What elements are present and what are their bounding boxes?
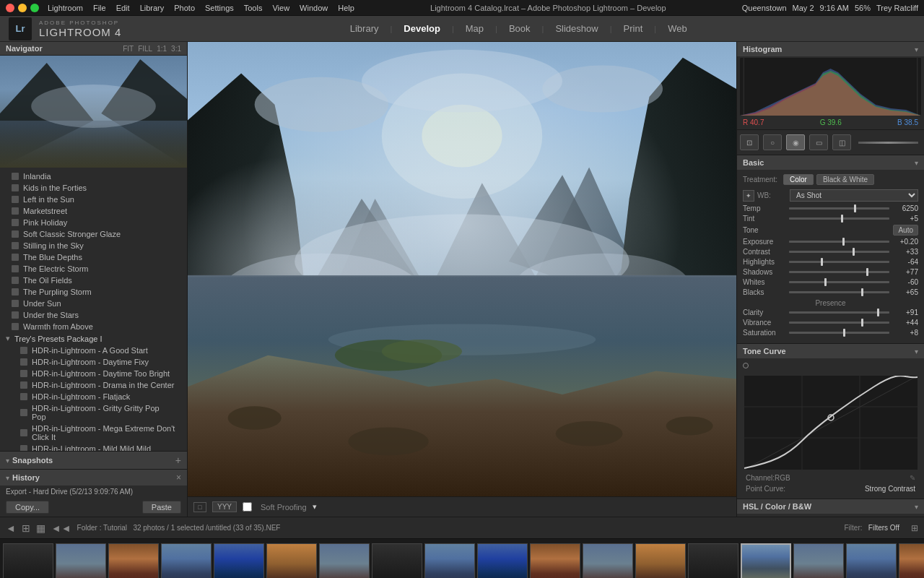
menu-help[interactable]: Help xyxy=(338,4,354,12)
1to1-btn[interactable]: 1:1 xyxy=(157,45,167,53)
tint-slider[interactable] xyxy=(789,217,889,220)
exposure-slider-tool[interactable] xyxy=(858,142,918,144)
preset-item-soft-classic[interactable]: Soft Classic Stronger Glaze xyxy=(0,228,187,240)
film-thumb-selected[interactable] xyxy=(741,543,791,579)
fit-btn[interactable]: FIT xyxy=(123,45,134,53)
preset-item-hdr-flatjack[interactable]: HDR-in-Lightroom - Flatjack xyxy=(0,391,187,402)
temp-thumb[interactable] xyxy=(854,204,856,212)
saturation-slider[interactable] xyxy=(789,332,889,334)
view-mode-icon-1[interactable]: □ xyxy=(193,502,206,512)
film-thumb[interactable] xyxy=(688,543,738,579)
exposure-thumb[interactable] xyxy=(842,238,845,246)
highlights-slider[interactable] xyxy=(789,261,889,263)
shadows-slider[interactable] xyxy=(789,271,889,273)
film-thumb[interactable] xyxy=(583,543,633,579)
tab-web[interactable]: Web xyxy=(662,20,693,37)
clarity-thumb[interactable] xyxy=(877,309,879,316)
tint-thumb[interactable] xyxy=(841,215,843,223)
menu-view[interactable]: View xyxy=(272,4,289,12)
tone-curve-canvas[interactable] xyxy=(744,376,918,470)
history-header[interactable]: ▾ History × xyxy=(0,470,187,486)
whites-slider[interactable] xyxy=(789,281,889,283)
contrast-slider[interactable] xyxy=(789,251,889,253)
preset-item-pink-holiday[interactable]: Pink Holiday xyxy=(0,217,187,228)
zoom-btn[interactable]: 3:1 xyxy=(171,45,181,53)
tone-curve-header[interactable]: Tone Curve ▾ xyxy=(737,344,924,358)
saturation-thumb[interactable] xyxy=(843,329,845,337)
point-curve-dropdown[interactable]: Strong Contrast xyxy=(865,485,915,493)
highlights-thumb[interactable] xyxy=(821,258,823,266)
vibrance-slider[interactable] xyxy=(789,322,889,324)
main-photo-view[interactable] xyxy=(188,42,736,496)
preset-item-hdr-good-start[interactable]: HDR-in-Lightroom - A Good Start xyxy=(0,345,187,356)
preset-item-left-in-sun[interactable]: Left in the Sun xyxy=(0,194,187,205)
tab-book[interactable]: Book xyxy=(503,20,536,37)
film-thumb[interactable] xyxy=(56,543,106,579)
nav-prev-btn[interactable]: ◄ xyxy=(6,522,16,534)
blacks-slider[interactable] xyxy=(789,291,889,293)
preset-item-electric-storm[interactable]: The Electric Storm xyxy=(0,263,187,275)
wb-dropdown[interactable]: As Shot xyxy=(790,189,918,202)
curve-edit-icon[interactable]: ✎ xyxy=(910,474,915,482)
tab-library[interactable]: Library xyxy=(344,20,385,37)
crop-tool[interactable]: ⊡ xyxy=(740,134,759,150)
menu-window[interactable]: Window xyxy=(300,4,328,12)
minimize-window-btn[interactable] xyxy=(18,4,27,12)
preset-item-warmth[interactable]: Warmth from Above xyxy=(0,321,187,332)
filter-expand-icon[interactable]: ⊞ xyxy=(911,523,918,533)
preset-item-marketstreet[interactable]: Marketstreet xyxy=(0,205,187,217)
snapshots-add-btn[interactable]: + xyxy=(175,454,181,466)
tab-slideshow[interactable]: Slideshow xyxy=(549,20,603,37)
preset-item-hdr-mega[interactable]: HDR-in-Lightroom - Mega Extreme Don't Cl… xyxy=(0,423,187,443)
film-thumb[interactable] xyxy=(214,543,264,579)
basic-section-header[interactable]: Basic ▾ xyxy=(737,155,924,170)
bw-treatment-btn[interactable]: Black & White xyxy=(816,174,874,185)
film-thumb[interactable] xyxy=(319,543,370,579)
menu-tools[interactable]: Tools xyxy=(244,4,263,12)
red-eye-tool[interactable]: ◉ xyxy=(786,134,805,150)
soft-proofing-toggle[interactable]: Soft Proofing xyxy=(243,502,307,512)
nav-next-btn[interactable]: ◄◄ xyxy=(51,522,71,534)
temp-slider[interactable] xyxy=(789,207,889,210)
film-thumb[interactable] xyxy=(635,543,686,579)
vibrance-thumb[interactable] xyxy=(861,319,863,327)
tone-curve-target-btn[interactable] xyxy=(743,363,749,368)
preset-item-hdr-daytime-fixy[interactable]: HDR-in-Lightroom - Daytime Fixy xyxy=(0,356,187,368)
navigator-preview[interactable] xyxy=(0,56,187,168)
graduated-filter-tool[interactable]: ▭ xyxy=(809,134,828,150)
preset-item-under-sun[interactable]: Under Sun xyxy=(0,298,187,309)
film-thumb[interactable] xyxy=(424,543,475,579)
menu-settings[interactable]: Settings xyxy=(205,4,234,12)
soft-proofing-checkbox[interactable] xyxy=(243,502,252,512)
blacks-thumb[interactable] xyxy=(861,288,863,296)
menu-lightroom[interactable]: Lightroom xyxy=(48,4,83,12)
maximize-window-btn[interactable] xyxy=(30,4,39,12)
history-paste-btn[interactable]: Paste xyxy=(142,501,181,514)
clarity-slider[interactable] xyxy=(789,311,889,314)
fill-btn[interactable]: FILL xyxy=(138,45,152,53)
menu-edit[interactable]: Edit xyxy=(116,4,130,12)
radial-filter-tool[interactable]: ◫ xyxy=(832,134,851,150)
color-treatment-btn[interactable]: Color xyxy=(783,174,814,185)
channel-dropdown[interactable]: RGB xyxy=(775,474,790,482)
preset-item-blue-depths[interactable]: The Blue Depths xyxy=(0,251,187,263)
film-thumb[interactable] xyxy=(161,543,212,579)
film-thumb[interactable] xyxy=(108,543,159,579)
close-window-btn[interactable] xyxy=(6,4,14,12)
preset-item-under-stars[interactable]: Under the Stars xyxy=(0,309,187,321)
hsl-header[interactable]: HSL / Color / B&W ▾ xyxy=(737,499,924,514)
nav-icons[interactable]: ⊞ xyxy=(22,522,30,534)
film-thumb[interactable] xyxy=(266,543,317,579)
contrast-thumb[interactable] xyxy=(853,248,855,256)
preset-item-hdr-drama[interactable]: HDR-in-Lightroom - Drama in the Center xyxy=(0,379,187,391)
history-copy-btn[interactable]: Copy... xyxy=(6,501,49,514)
window-controls[interactable] xyxy=(6,4,39,12)
menu-photo[interactable]: Photo xyxy=(174,4,195,12)
filter-value[interactable]: Filters Off xyxy=(868,524,899,532)
film-thumb[interactable] xyxy=(3,543,53,579)
menu-file[interactable]: File xyxy=(93,4,106,12)
preset-item-oil-fields[interactable]: The Oil Fields xyxy=(0,275,187,286)
whites-thumb[interactable] xyxy=(824,278,827,286)
film-thumb[interactable] xyxy=(899,543,924,579)
wb-eyedropper-btn[interactable]: ✦ xyxy=(743,190,754,202)
